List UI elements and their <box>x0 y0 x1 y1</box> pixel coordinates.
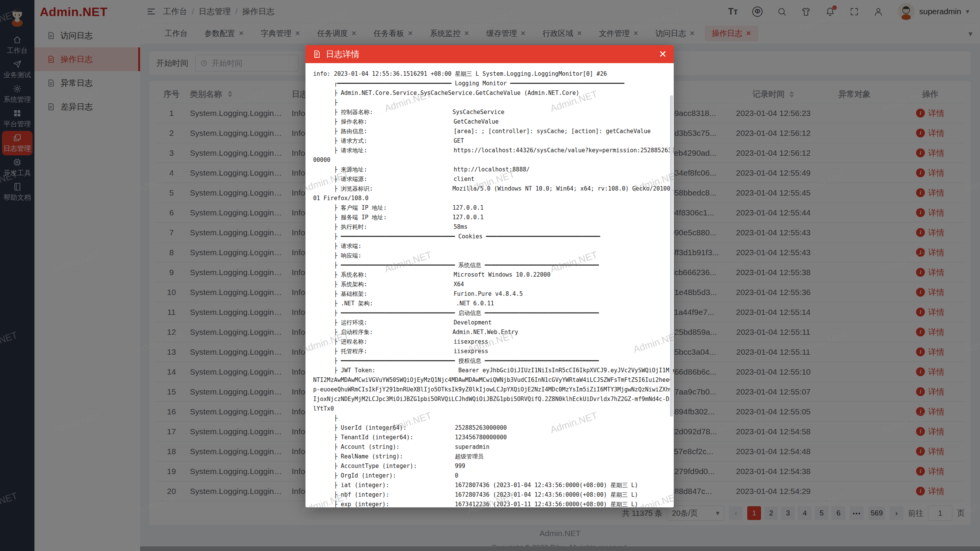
modal-body: info: 2023-01-04 12:55:36.1516291 +08:00… <box>305 63 674 507</box>
modal-scrollbar[interactable] <box>670 95 673 417</box>
modal-header: 日志详情 ✕ <box>305 45 674 63</box>
close-icon[interactable]: ✕ <box>659 49 667 59</box>
log-detail-modal: 日志详情 ✕ info: 2023-01-04 12:55:36.1516291… <box>305 45 674 507</box>
document-icon <box>312 50 321 59</box>
modal-title: 日志详情 <box>326 49 359 60</box>
log-text: info: 2023-01-04 12:55:36.1516291 +08:00… <box>313 69 666 507</box>
